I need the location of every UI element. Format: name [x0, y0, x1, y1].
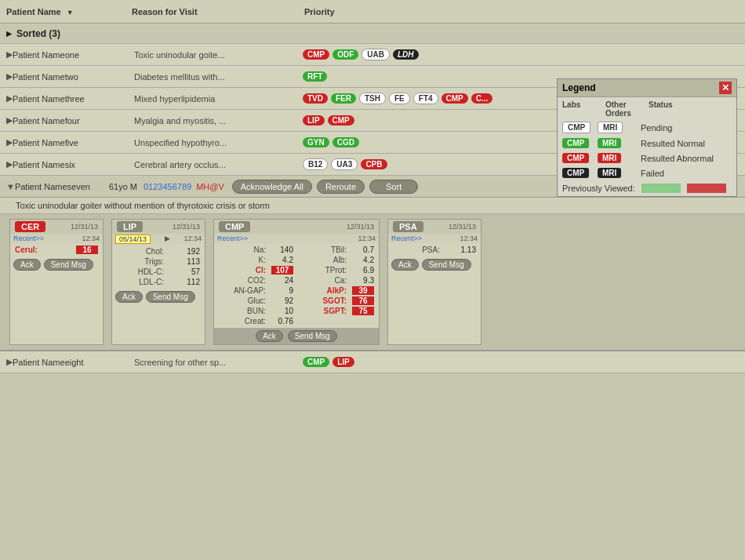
sort-arrow-icon: ▼ [67, 9, 74, 16]
badge-cmp: CMP [303, 49, 329, 60]
main-container: Patient Name ▼ Reason for Visit Priority… [0, 0, 745, 560]
acknowledge-all-button[interactable]: Acknowledge All [232, 180, 312, 194]
badge-cpb: CPB [361, 159, 387, 169]
cer-time-row: Recent>> 12:34 [10, 234, 103, 243]
patient-name: Patient Namefour [13, 116, 134, 125]
reason-header: Reason for Visit [132, 7, 304, 16]
psa-send-msg-button[interactable]: Send Msg [422, 259, 471, 271]
legend-mri-normal: MRI [598, 138, 641, 148]
sorted-section-header[interactable]: Sorted (3) [0, 24, 745, 44]
legend-normal-status: Resulted Normal [641, 139, 705, 148]
badge-uab: UAB [362, 49, 390, 60]
trigs-label: Trigs: [117, 257, 164, 266]
badge-lip: LIP [303, 115, 325, 125]
psa-ack-button[interactable]: Ack [391, 259, 419, 271]
cer-ack-button[interactable]: Ack [13, 259, 41, 271]
lip-time-row: 05/14/13 ▶ 12:34 [112, 234, 205, 245]
badge-lip-red: LIP [333, 357, 354, 367]
collapse-icon[interactable]: ▼ [6, 182, 15, 191]
cmp-left-col: Na:140 K:4.2 Cl:107 CO2:24 AN-GAP:9 Gluc… [217, 245, 298, 326]
legend-labs-col-header: Labs [562, 100, 605, 118]
badge-odf: ODF [333, 49, 358, 60]
patient-mhv[interactable]: MH@V [196, 182, 224, 191]
psa-recent[interactable]: Recent>> [391, 235, 422, 242]
patient-priority: TVD FER TSH FE FT4 CMP C... [303, 93, 492, 104]
patient-row[interactable]: ▶ Patient Nameeight Screening for other … [0, 351, 745, 373]
legend-mri-pending: MRI [598, 122, 641, 133]
patient-name-header[interactable]: Patient Name ▼ [6, 7, 132, 16]
badge-cgd: CGD [333, 137, 359, 147]
legend-close-button[interactable]: ✕ [719, 82, 732, 94]
cmp-bun: BUN:10 [217, 306, 295, 316]
patient-name: Patient Nameeight [13, 358, 134, 367]
psa-time: 12:34 [460, 235, 478, 242]
trigs-value: 113 [173, 257, 200, 266]
legend-panel: Legend ✕ Labs OtherOrders Status CMP MRI… [557, 78, 737, 197]
legend-cmp-failed: CMP [562, 168, 598, 178]
ldlc-label: LDL-C: [117, 278, 164, 286]
badge-ft4: FT4 [413, 93, 438, 104]
lip-ack-button[interactable]: Ack [115, 291, 143, 303]
reroute-button[interactable]: Reroute [317, 180, 365, 194]
cer-recent[interactable]: Recent>> [13, 235, 44, 242]
legend-abnormal-status: Resulted Abnormal [641, 154, 714, 163]
expand-icon: ▶ [6, 137, 13, 147]
cmp-send-msg-button[interactable]: Send Msg [288, 330, 337, 342]
legend-failed-status: Failed [641, 169, 664, 178]
cmp-gluc: Gluc:92 [217, 296, 295, 306]
legend-other-col-header: OtherOrders [605, 100, 649, 118]
cer-time: 12:34 [82, 235, 100, 242]
cmp-alkp: AlkP:39 [298, 285, 376, 296]
expand-icon: ▶ [6, 93, 13, 104]
lip-time: 12:34 [184, 235, 202, 244]
badge-fer: FER [331, 93, 356, 104]
patient-reason: Screening for other sp... [134, 358, 303, 367]
badge-ldh: LDH [393, 49, 419, 60]
lip-buttons: Ack Send Msg [112, 289, 205, 305]
patient-name: Patient Nametwo [13, 72, 134, 82]
badge-rft: RFT [303, 71, 327, 82]
badge-tvd: TVD [303, 93, 328, 104]
lip-panel-header: LIP 12/31/13 [112, 220, 205, 234]
lip-data: Chol: 192 Trigs: 113 HDL-C: 57 LDL-C: 11… [112, 245, 205, 289]
cmp-sgpt: SGPT:75 [298, 306, 376, 316]
sorted-label: Sorted (3) [16, 28, 60, 39]
lip-arrow: ▶ [165, 235, 170, 244]
cmp-bottom-buttons: Ack Send Msg [214, 328, 379, 344]
cmp-recent[interactable]: Recent>> [217, 235, 248, 242]
cer-buttons: Ack Send Msg [10, 256, 103, 273]
action-buttons-group: Acknowledge All Reroute Sort [232, 180, 418, 194]
chol-value: 192 [173, 247, 200, 256]
patient-priority: CMP LIP [303, 357, 354, 367]
sort-button[interactable]: Sort [369, 180, 418, 194]
cmp-panel: CMP 12/31/13 Recent>> 12:34 Na:140 K:4.2… [213, 219, 380, 345]
expand-icon: ▶ [6, 71, 13, 82]
hdlc-label: HDL-C: [117, 267, 164, 276]
patient-name: Patient Nameone [13, 50, 134, 60]
cmp-panel-header: CMP 12/31/13 [214, 220, 379, 234]
cmp-tprot: TProt:6.9 [298, 265, 376, 275]
cmp-ack-button[interactable]: Ack [256, 330, 283, 342]
legend-cmp-normal: CMP [562, 138, 598, 148]
cmp-data-cols: Na:140 K:4.2 Cl:107 CO2:24 AN-GAP:9 Gluc… [217, 245, 376, 326]
expand-icon: ▶ [6, 49, 13, 60]
legend-status-col-header: Status [649, 100, 727, 118]
lip-hdlc-row: HDL-C: 57 [115, 267, 202, 277]
lip-panel: LIP 12/31/13 05/14/13 ▶ 12:34 Chol: 192 … [111, 219, 205, 345]
patient-phone[interactable]: 0123456789 [144, 182, 191, 191]
legend-row-failed: CMP MRI Failed [558, 165, 736, 180]
cer-send-msg-button[interactable]: Send Msg [44, 259, 93, 271]
legend-pending-status: Pending [641, 123, 672, 133]
hdlc-value: 57 [173, 267, 200, 276]
ldlc-value: 112 [173, 278, 200, 286]
cer-panel: CER 12/31/13 Recent>> 12:34 Cerul: 16 Ac… [9, 219, 104, 345]
cmp-time: 12:34 [358, 235, 376, 242]
lip-send-msg-button[interactable]: Send Msg [146, 291, 195, 303]
patient-row[interactable]: ▶ Patient Nameone Toxic uninodular goite… [0, 44, 745, 66]
patient-priority: B12 UA3 CPB [303, 158, 387, 170]
priority-header: Priority [304, 7, 461, 16]
cerul-value: 16 [76, 245, 98, 254]
diagnosis-row: Toxic uninodular goiter without mention … [0, 198, 745, 214]
cer-panel-header: CER 12/31/13 [10, 220, 103, 234]
legend-col-headers: Labs OtherOrders Status [558, 97, 736, 119]
